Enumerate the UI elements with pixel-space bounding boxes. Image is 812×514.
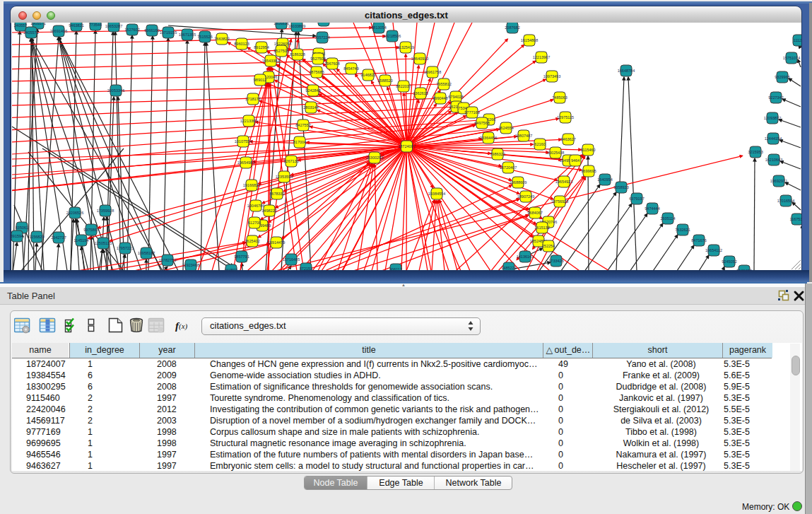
svg-text:10807487: 10807487	[515, 134, 532, 138]
svg-text:2942737: 2942737	[51, 235, 66, 240]
svg-text:9474444: 9474444	[645, 206, 659, 211]
svg-text:19756928: 19756928	[551, 199, 568, 204]
svg-text:16543382: 16543382	[262, 59, 279, 63]
svg-text:8678332: 8678332	[269, 192, 284, 196]
svg-text:2405571: 2405571	[23, 30, 38, 35]
svg-text:2718176: 2718176	[245, 97, 260, 101]
svg-text:18907249: 18907249	[517, 194, 534, 199]
svg-text:7485063: 7485063	[552, 95, 567, 100]
svg-text:6966160: 6966160	[144, 28, 159, 33]
svg-text:9329965: 9329965	[775, 75, 789, 79]
svg-text:306112: 306112	[389, 267, 402, 270]
svg-text:3624554: 3624554	[498, 126, 513, 130]
svg-text:1733426: 1733426	[548, 259, 563, 263]
svg-text:7357224: 7357224	[314, 35, 329, 40]
svg-text:240557: 240557	[14, 23, 27, 28]
svg-text:1615132: 1615132	[534, 226, 549, 230]
svg-text:12353594: 12353594	[276, 175, 293, 179]
svg-text:16961758: 16961758	[424, 70, 441, 74]
svg-text:10688609: 10688609	[510, 180, 526, 185]
svg-text:7515526: 7515526	[197, 35, 212, 39]
svg-text:12213369: 12213369	[240, 119, 257, 123]
svg-text:10719155: 10719155	[160, 30, 177, 35]
svg-text:7663822: 7663822	[214, 37, 229, 41]
svg-text:(x): (x)	[179, 322, 188, 331]
svg-text:17359928: 17359928	[97, 209, 114, 213]
svg-text:8454749: 8454749	[343, 66, 358, 71]
svg-text:9227342: 9227342	[768, 95, 783, 100]
svg-text:18640910: 18640910	[411, 57, 428, 61]
svg-text:944502: 944502	[225, 268, 237, 270]
svg-text:10025438: 10025438	[547, 151, 564, 155]
svg-text:1156829: 1156829	[29, 235, 44, 239]
svg-text:9527506: 9527506	[273, 49, 288, 53]
svg-text:8471676: 8471676	[691, 238, 706, 243]
svg-text:12975115: 12975115	[557, 115, 574, 119]
svg-text:872151: 872151	[300, 267, 312, 270]
svg-text:8912954: 8912954	[254, 45, 269, 49]
svg-text:10671355: 10671355	[179, 33, 196, 37]
svg-text:10653287: 10653287	[105, 24, 122, 28]
svg-text:8813054: 8813054	[371, 25, 386, 30]
svg-text:14136141: 14136141	[517, 255, 534, 259]
svg-text:10107554: 10107554	[235, 139, 252, 144]
svg-text:19654983: 19654983	[237, 160, 254, 165]
svg-text:10973493: 10973493	[543, 74, 560, 78]
svg-text:6497568: 6497568	[474, 121, 489, 125]
svg-text:2803144: 2803144	[303, 105, 318, 110]
svg-text:3267130: 3267130	[283, 159, 298, 163]
svg-text:12444154: 12444154	[765, 136, 782, 141]
svg-text:17016504: 17016504	[777, 199, 794, 203]
svg-text:2087682: 2087682	[505, 25, 519, 30]
svg-text:12093872: 12093872	[764, 116, 781, 120]
svg-text:19166825: 19166825	[243, 183, 260, 187]
svg-text:11123: 11123	[794, 38, 801, 42]
svg-text:8960123: 8960123	[234, 42, 249, 46]
svg-text:2967608: 2967608	[324, 62, 339, 66]
svg-text:20364456: 20364456	[480, 136, 497, 140]
svg-text:11923468: 11923468	[182, 263, 199, 267]
svg-text:9242848: 9242848	[305, 88, 320, 93]
svg-text:19384554: 19384554	[428, 192, 445, 196]
svg-text:15751074: 15751074	[783, 56, 800, 60]
svg-text:12213967: 12213967	[533, 55, 550, 59]
svg-text:8822037: 8822037	[396, 84, 411, 88]
svg-text:989012: 989012	[254, 78, 266, 82]
svg-text:6379197: 6379197	[629, 197, 644, 201]
svg-text:15716485: 15716485	[283, 257, 300, 262]
svg-text:16914479: 16914479	[268, 240, 285, 245]
svg-text:6794028: 6794028	[448, 95, 463, 99]
svg-text:612700: 612700	[248, 221, 261, 225]
svg-text:9699695: 9699695	[581, 169, 596, 173]
svg-text:9146821: 9146821	[360, 73, 375, 77]
svg-text:12505135: 12505135	[95, 241, 112, 245]
svg-text:10958107: 10958107	[138, 251, 155, 255]
svg-text:20206526: 20206526	[66, 211, 83, 215]
svg-text:773544: 773544	[89, 23, 102, 27]
svg-text:9857791: 9857791	[234, 255, 249, 259]
svg-text:16782759: 16782759	[159, 258, 176, 262]
svg-text:9463821: 9463821	[69, 23, 83, 28]
svg-text:1905571: 1905571	[30, 23, 45, 25]
svg-text:16033809: 16033809	[288, 24, 305, 28]
svg-text:9527508: 9527508	[310, 57, 325, 61]
svg-text:1806836: 1806836	[273, 23, 288, 25]
svg-text:2935114: 2935114	[660, 216, 675, 221]
svg-text:9464: 9464	[571, 158, 579, 163]
svg-text:9684067: 9684067	[527, 211, 542, 215]
svg-text:1145194: 1145194	[73, 238, 88, 243]
svg-text:25300293: 25300293	[366, 156, 383, 160]
svg-text:9777169: 9777169	[464, 110, 479, 115]
svg-text:1588520: 1588520	[377, 78, 392, 83]
svg-text:9463627: 9463627	[560, 137, 575, 141]
svg-text:11325419: 11325419	[397, 45, 414, 49]
svg-text:1362615: 1362615	[413, 91, 428, 95]
svg-text:19654923: 19654923	[555, 180, 572, 184]
svg-text:20691406: 20691406	[50, 29, 67, 33]
svg-text:1640954: 1640954	[597, 177, 612, 182]
svg-text:9975867: 9975867	[83, 228, 98, 232]
svg-text:62160: 62160	[534, 142, 545, 146]
svg-text:19218506: 19218506	[384, 34, 401, 38]
svg-text:3215953: 3215953	[748, 150, 763, 154]
svg-text:8990448: 8990448	[433, 96, 447, 100]
